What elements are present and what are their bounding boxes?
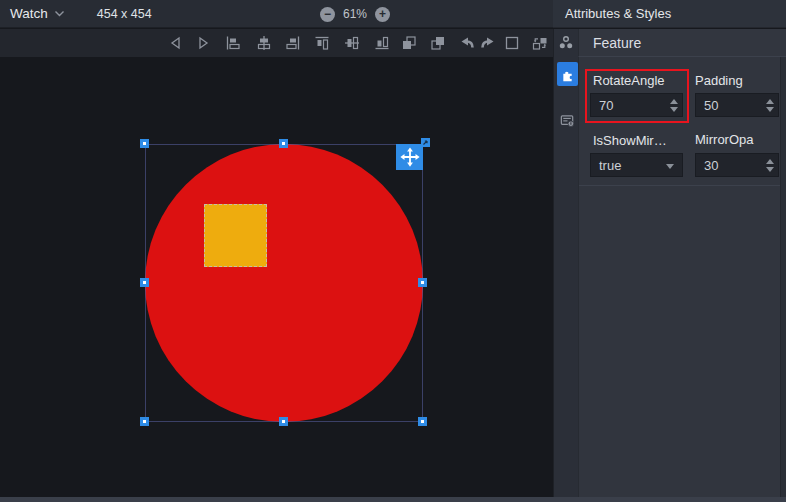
- marquee-icon: [503, 34, 521, 52]
- panel-separator: [579, 185, 781, 186]
- selection-handle-bottom-center[interactable]: [279, 417, 288, 426]
- isshowmirror-value: true: [599, 158, 621, 173]
- align-middle-vertical-button[interactable]: [343, 34, 361, 52]
- style-info-icon: [559, 112, 576, 129]
- play-left-button[interactable]: [167, 34, 185, 52]
- spinner-up-icon[interactable]: [670, 99, 678, 104]
- undo-button[interactable]: [458, 34, 476, 52]
- toolbar: [0, 29, 553, 57]
- chevron-down-icon[interactable]: [54, 10, 65, 17]
- align-top-icon: [313, 34, 331, 52]
- play-left-icon: [167, 34, 185, 52]
- swap-order-button[interactable]: [531, 34, 549, 52]
- rotateangle-spinner[interactable]: [669, 99, 679, 112]
- spinner-down-icon[interactable]: [670, 107, 678, 112]
- send-backward-icon: [429, 34, 447, 52]
- align-left-button[interactable]: [224, 34, 242, 52]
- attributes-styles-title: Attributes & Styles: [565, 6, 671, 21]
- align-middle-vertical-icon: [343, 34, 361, 52]
- align-left-icon: [224, 34, 242, 52]
- bottom-status-strip: [0, 497, 786, 502]
- attributes-styles-header: Attributes & Styles: [553, 0, 786, 28]
- top-bar: Watch 454 x 454: [0, 0, 553, 28]
- selection-handle-bottom-right[interactable]: [418, 417, 427, 426]
- move-icon: [399, 146, 421, 168]
- move-selection-button[interactable]: [396, 144, 423, 170]
- group-cell[interactable]: [553, 29, 578, 57]
- zoom-level-label: 61%: [343, 7, 367, 21]
- canvas-size-label: 454 x 454: [97, 7, 152, 21]
- selection-handle-top-right[interactable]: [421, 138, 430, 147]
- redo-button[interactable]: [479, 34, 497, 52]
- selection-handle-top-left[interactable]: [140, 139, 149, 148]
- bring-forward-button[interactable]: [400, 34, 418, 52]
- selection-handle-middle-right[interactable]: [418, 278, 427, 287]
- zoom-in-button[interactable]: +: [375, 7, 390, 22]
- attributes-panel: RotateAngle Padding IsShowMir… true Mirr…: [578, 57, 786, 497]
- feature-section-title: Feature: [593, 35, 641, 51]
- device-selector-label[interactable]: Watch: [10, 6, 48, 21]
- redo-icon: [479, 34, 497, 52]
- panel-scrollbar[interactable]: [780, 57, 786, 497]
- zoom-controls: − 61% +: [320, 0, 390, 28]
- red-circle-shape[interactable]: [145, 144, 423, 422]
- orange-square-shape[interactable]: [204, 204, 267, 267]
- mirroropa-spinner[interactable]: [765, 159, 775, 172]
- selection-handle-bottom-left[interactable]: [140, 417, 149, 426]
- group-icon: [557, 34, 575, 52]
- tab-style-info[interactable]: [557, 110, 578, 130]
- selection-handle-top-center[interactable]: [279, 139, 288, 148]
- undo-icon: [458, 34, 476, 52]
- feature-section-header: Feature: [578, 29, 786, 57]
- spinner-down-icon[interactable]: [766, 107, 774, 112]
- align-top-button[interactable]: [313, 34, 331, 52]
- align-right-button[interactable]: [284, 34, 302, 52]
- field-label-padding: Padding: [695, 73, 743, 88]
- field-label-mirroropa: MirrorOpa: [695, 132, 754, 147]
- align-center-horizontal-icon: [255, 34, 273, 52]
- align-right-icon: [284, 34, 302, 52]
- tab-feature[interactable]: [557, 62, 578, 86]
- align-bottom-icon: [373, 34, 391, 52]
- padding-spinner[interactable]: [765, 99, 775, 112]
- design-canvas[interactable]: [0, 57, 553, 497]
- zoom-out-button[interactable]: −: [320, 7, 335, 22]
- align-bottom-button[interactable]: [373, 34, 391, 52]
- spinner-up-icon[interactable]: [766, 159, 774, 164]
- puzzle-icon: [560, 67, 575, 82]
- marquee-button[interactable]: [503, 34, 521, 52]
- spinner-down-icon[interactable]: [766, 167, 774, 172]
- panel-tab-column: [553, 57, 578, 497]
- field-label-isshowmirror: IsShowMir…: [593, 133, 667, 148]
- bring-forward-icon: [400, 34, 418, 52]
- swap-order-icon: [531, 34, 549, 52]
- resize-arrow-icon: [422, 139, 429, 146]
- play-right-button[interactable]: [194, 34, 212, 52]
- play-right-icon: [194, 34, 212, 52]
- send-backward-button[interactable]: [429, 34, 447, 52]
- field-label-rotateangle: RotateAngle: [593, 73, 665, 88]
- isshowmirror-dropdown[interactable]: true: [590, 153, 683, 177]
- selection-handle-middle-left[interactable]: [140, 278, 149, 287]
- spinner-up-icon[interactable]: [766, 99, 774, 104]
- dropdown-caret-icon: [666, 164, 674, 169]
- align-center-horizontal-button[interactable]: [255, 34, 273, 52]
